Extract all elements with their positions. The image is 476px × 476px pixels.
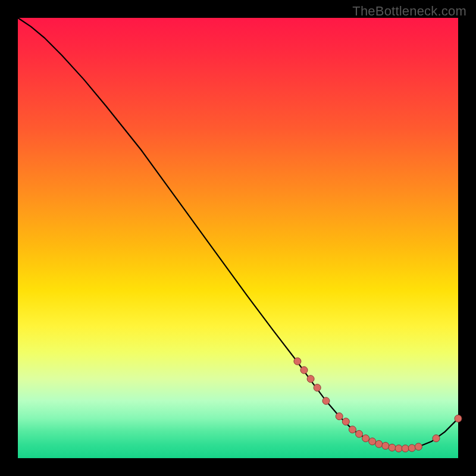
- data-point: [300, 367, 308, 374]
- data-point: [342, 418, 349, 425]
- data-point: [455, 415, 462, 422]
- data-point: [322, 397, 330, 405]
- data-point: [382, 442, 389, 449]
- data-point: [336, 413, 343, 420]
- chart-svg: [18, 18, 458, 458]
- data-point: [402, 445, 409, 452]
- data-point: [369, 438, 376, 445]
- data-point: [314, 384, 321, 392]
- curve-line: [18, 18, 458, 449]
- data-point: [349, 426, 356, 433]
- watermark-label: TheBottleneck.com: [352, 4, 466, 19]
- data-point: [375, 440, 383, 447]
- data-points: [294, 358, 462, 452]
- data-point: [395, 445, 402, 452]
- data-point: [433, 435, 440, 442]
- data-point: [362, 435, 369, 442]
- data-point: [408, 444, 415, 452]
- data-point: [307, 375, 314, 383]
- data-point: [415, 443, 422, 450]
- data-point: [356, 430, 363, 437]
- chart-stage: TheBottleneck.com: [0, 0, 476, 476]
- data-point: [389, 444, 396, 451]
- data-point: [294, 358, 301, 365]
